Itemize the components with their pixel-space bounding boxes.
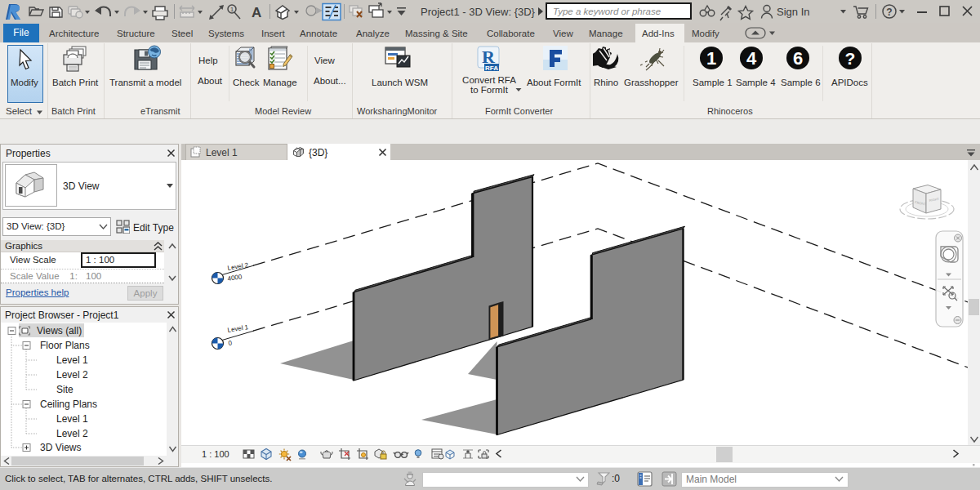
svg-text:4: 4 — [746, 48, 757, 69]
svg-text:Floor Plans: Floor Plans — [40, 340, 90, 351]
svg-text:Level 1: Level 1 — [227, 323, 249, 334]
svg-text:Sign In: Sign In — [777, 6, 809, 18]
svg-text:Views (all): Views (all) — [37, 325, 82, 336]
svg-text:Level 2: Level 2 — [56, 428, 88, 439]
svg-text:Level 2: Level 2 — [227, 261, 249, 272]
svg-text:Site: Site — [56, 384, 74, 395]
svg-text:6: 6 — [793, 48, 803, 69]
svg-text:?: ? — [886, 7, 892, 18]
svg-text:A: A — [252, 5, 261, 20]
svg-text:1: 1 — [230, 6, 234, 13]
svg-text:3D Views: 3D Views — [40, 442, 81, 453]
svg-text:?: ? — [845, 49, 856, 68]
svg-text:RFA: RFA — [485, 65, 498, 72]
svg-text:1: 1 — [706, 48, 716, 69]
svg-text:Ceiling Plans: Ceiling Plans — [40, 399, 97, 410]
svg-text:0: 0 — [228, 339, 233, 347]
svg-text:Level 2: Level 2 — [56, 369, 88, 381]
svg-text:4000: 4000 — [227, 273, 243, 283]
svg-text:Level 1: Level 1 — [56, 413, 88, 425]
svg-text:Level 1: Level 1 — [56, 354, 88, 366]
